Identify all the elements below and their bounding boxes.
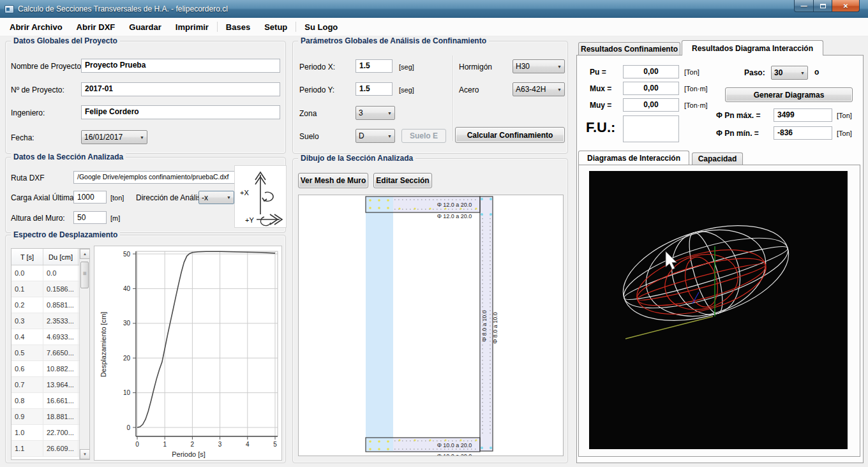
pn-min-output: -836 (774, 126, 832, 140)
engineer-input[interactable]: Felipe Cordero (81, 105, 280, 119)
scrollbar-thumb[interactable] (80, 262, 89, 288)
project-name-label: Nombre de Proyecto: (11, 62, 83, 71)
direccion-dropdown[interactable]: -x ▼ (198, 191, 234, 204)
cell-t: 0.9 (11, 409, 43, 424)
cell-du: 22.700... (43, 425, 79, 440)
acero-dropdown[interactable]: A63-42H ▼ (513, 82, 565, 96)
periodo-y-input[interactable]: 1.5 (355, 82, 393, 96)
hormigon-dropdown[interactable]: H30 ▼ (513, 59, 565, 73)
ruta-dxf-input[interactable]: /Google Drive/ejemplos confinamiento/pru… (73, 171, 238, 184)
table-row[interactable]: 1.126.609... (11, 441, 89, 457)
cell-t: 0.1 (11, 281, 43, 297)
pn-max-unit: [Ton] (837, 112, 852, 119)
titlebar[interactable]: Calculo de Secciones Transversales de H.… (0, 0, 868, 18)
interaction-diagram-3d-view[interactable] (589, 171, 848, 449)
interaction-diagram-wireframe (589, 171, 848, 449)
menu-bases[interactable]: Bases (219, 22, 257, 32)
spectrum-table: T [s] Du [cm] 0.00.00.10.1586...0.20.858… (11, 248, 90, 460)
annotation-bottom-out: Φ 10.0 a 20.0 (437, 453, 472, 456)
app-icon (4, 5, 14, 13)
altura-muro-label: Altura del Muro: (11, 214, 65, 223)
cell-du: 0.8581... (43, 297, 79, 313)
cell-t: 0.0 (11, 265, 43, 281)
tab-resultados-diagrama[interactable]: Resultados Diagrama Interacción (682, 40, 823, 56)
date-dropdown[interactable]: 16/01/2017 ▼ (81, 130, 147, 144)
cell-du: 10.882... (43, 361, 79, 376)
table-row[interactable]: 0.10.1586... (11, 281, 89, 297)
table-row[interactable]: 0.713.964... (11, 377, 89, 393)
cell-t: 0.2 (11, 297, 43, 313)
generar-diagramas-button[interactable]: Generar Diagramas (725, 87, 853, 102)
section-drawing-canvas[interactable]: Φ 12.0 a 20.0 Φ 12.0 a 20.0 Φ 8.0 a 10.0… (298, 195, 564, 456)
calcular-confinamiento-button[interactable]: Calcular Confinamiento (455, 127, 565, 143)
table-row[interactable]: 0.20.8581... (11, 297, 89, 313)
carga-axial-label: Carga Axial Última: (11, 193, 76, 202)
paso-dropdown[interactable]: 30 ▼ (771, 66, 808, 80)
minimize-button[interactable]: — (794, 0, 814, 12)
tab-capacidad[interactable]: Capacidad (692, 152, 743, 165)
cell-du: 7.6650... (43, 345, 79, 360)
svg-text:10: 10 (123, 389, 131, 396)
ver-mesh-button[interactable]: Ver Mesh de Muro (298, 173, 368, 188)
cell-t: 0.3 (11, 313, 43, 329)
section-drawing: Φ 12.0 a 20.0 Φ 12.0 a 20.0 Φ 8.0 a 10.0… (299, 195, 563, 456)
cell-t: 0.8 (11, 393, 43, 408)
svg-text:20: 20 (123, 355, 131, 362)
project-number-label: Nº de Proyecto: (11, 85, 64, 94)
suelo-e-button[interactable]: Suelo E (401, 129, 446, 143)
table-row[interactable]: 0.918.881... (11, 409, 89, 425)
fu-output (623, 115, 679, 142)
group-espectro: Espectro de Desplazamiento T [s] Du [cm]… (5, 235, 286, 463)
tab-resultados-confinamiento[interactable]: Resultados Confinamiento (578, 42, 680, 56)
confinement-zone (366, 196, 393, 451)
svg-text:+X: +X (240, 189, 249, 196)
editar-seccion-button[interactable]: Editar Sección (373, 173, 432, 188)
chevron-down-icon: ▼ (137, 135, 144, 140)
table-row[interactable]: 1.022.700... (11, 425, 89, 441)
table-scrollbar[interactable]: ▲ ▼ (79, 249, 89, 459)
svg-text:30: 30 (123, 320, 131, 327)
table-row[interactable]: 0.32.3533... (11, 313, 89, 329)
altura-muro-input[interactable]: 50 (73, 211, 107, 224)
carga-axial-unit: [ton] (110, 194, 124, 202)
pu-input[interactable]: 0,00 (623, 65, 679, 78)
table-row[interactable]: 0.57.6650... (11, 345, 89, 361)
tab-diagramas-interaccion[interactable]: Diagramas de Interacción (578, 151, 689, 165)
column-header-t[interactable]: T [s] (11, 249, 43, 265)
spectrum-chart: 01234501020304050 Periodo [s] Desplazami… (94, 246, 282, 461)
table-row[interactable]: 0.816.661... (11, 393, 89, 409)
menu-guardar[interactable]: Guardar (122, 22, 168, 32)
group-title: Parámetros Globales de Análisis de Confi… (298, 36, 489, 45)
chevron-down-icon: ▼ (555, 64, 562, 69)
svg-text:1: 1 (163, 441, 167, 448)
periodo-x-input[interactable]: 1.5 (355, 59, 393, 73)
chevron-down-icon: ▼ (385, 134, 392, 138)
zona-dropdown[interactable]: 3 ▼ (355, 106, 395, 120)
menu-setup[interactable]: Setup (257, 22, 294, 32)
menubar: Abrir Archivo Abrir DXF Guardar Imprimir… (0, 18, 868, 36)
app-window: Calculo de Secciones Transversales de H.… (0, 0, 868, 467)
mux-input[interactable]: 0,00 (623, 82, 679, 95)
table-row[interactable]: 0.44.6933... (11, 329, 89, 345)
carga-axial-input[interactable]: 1000 (73, 191, 107, 204)
svg-text:+Y: +Y (245, 216, 254, 224)
svg-text:5: 5 (273, 441, 277, 448)
close-button[interactable]: ✕ (832, 0, 860, 12)
muy-input[interactable]: 0,00 (623, 98, 679, 112)
column-header-du[interactable]: Du [cm] (43, 249, 79, 265)
table-row[interactable]: 0.610.882... (11, 361, 89, 377)
menu-su-logo[interactable]: Su Logo (297, 22, 345, 32)
periodo-x-label: Periodo X: (299, 63, 335, 71)
menu-abrir-dxf[interactable]: Abrir DXF (70, 22, 123, 32)
cell-t: 1.0 (11, 425, 43, 440)
periodo-y-unit: [seg] (399, 86, 414, 94)
menu-imprimir[interactable]: Imprimir (168, 22, 216, 32)
project-name-input[interactable]: Proyecto Prueba (81, 59, 280, 73)
table-row[interactable]: 0.00.0 (11, 265, 89, 281)
suelo-dropdown[interactable]: D ▼ (355, 129, 395, 143)
scroll-down-icon[interactable]: ▼ (80, 449, 90, 459)
project-number-input[interactable]: 2017-01 (81, 82, 280, 96)
menu-abrir-archivo[interactable]: Abrir Archivo (3, 22, 70, 32)
maximize-button[interactable] (814, 0, 832, 12)
scroll-up-icon[interactable]: ▲ (80, 249, 90, 259)
